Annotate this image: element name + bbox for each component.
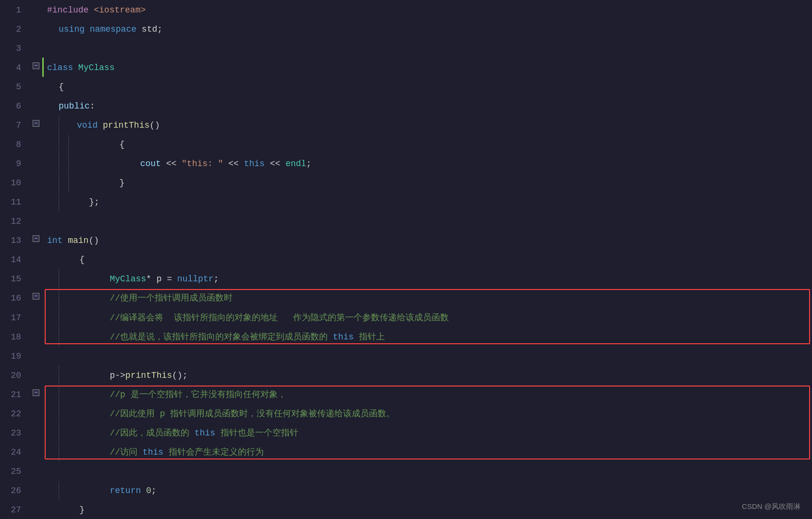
- line-number-21: 21: [0, 386, 29, 404]
- code-line-23: //因此，成员函数的 this 指针也是一个空指针: [43, 424, 812, 442]
- line-11: 11 };: [0, 192, 812, 211]
- code-line-14: {: [43, 251, 812, 269]
- line-number-18: 18: [0, 328, 29, 346]
- line-27: 27 }: [0, 500, 812, 519]
- fold-icon-21[interactable]: −: [33, 389, 39, 396]
- line-number-2: 2: [0, 20, 29, 38]
- line-number-1: 1: [0, 1, 29, 19]
- code-line-11: };: [43, 193, 812, 211]
- fold-icon-13[interactable]: −: [33, 235, 39, 242]
- line-9: 9 cout << "this: " << this << endl;: [0, 154, 812, 173]
- line-3: 3: [0, 38, 812, 58]
- gutter-16[interactable]: −: [29, 289, 43, 300]
- line-6: 6 public:: [0, 96, 812, 115]
- gutter-21[interactable]: −: [29, 386, 43, 396]
- line-23: 23 //因此，成员函数的 this 指针也是一个空指针: [0, 423, 812, 442]
- line-number-15: 15: [0, 270, 29, 288]
- line-5: 5 {: [0, 77, 812, 96]
- code-content-area: 1 #include <iostream> 2 using namespace …: [0, 0, 812, 519]
- fold-icon-4[interactable]: −: [33, 62, 39, 69]
- watermark: CSDN @风吹雨淋: [742, 502, 800, 511]
- code-line-22: //因此使用 p 指针调用成员函数时，没有任何对象被传递给该成员函数。: [43, 405, 812, 423]
- gutter-19: [29, 347, 43, 351]
- gutter-23: [29, 424, 43, 428]
- line-number-27: 27: [0, 501, 29, 519]
- line-number-10: 10: [0, 174, 29, 192]
- code-line-5: {: [43, 78, 812, 96]
- line-25: 25: [0, 461, 812, 481]
- gutter-4[interactable]: −: [29, 59, 43, 69]
- line-7: 7 − void printThis(): [0, 115, 812, 134]
- line-18: 18 //也就是说，该指针所指向的对象会被绑定到成员函数的 this 指针上: [0, 327, 812, 346]
- gutter-26: [29, 482, 43, 485]
- gutter-22: [29, 405, 43, 409]
- line-number-14: 14: [0, 251, 29, 269]
- gutter-24: [29, 443, 43, 447]
- line-number-7: 7: [0, 116, 29, 134]
- code-line-16: //使用一个指针调用成员函数时: [43, 289, 812, 307]
- line-number-8: 8: [0, 135, 29, 154]
- gutter-11: [29, 193, 43, 197]
- gutter-12: [29, 212, 43, 216]
- code-line-9: cout << "this: " << this << endl;: [43, 155, 812, 173]
- gutter-25: [29, 462, 43, 466]
- line-number-11: 11: [0, 193, 29, 211]
- line-number-26: 26: [0, 482, 29, 500]
- code-line-27: }: [43, 501, 812, 519]
- gutter-1: [29, 1, 43, 5]
- line-4: 4 − class MyClass: [0, 58, 812, 77]
- line-number-6: 6: [0, 97, 29, 115]
- fold-icon-7[interactable]: −: [33, 120, 39, 127]
- line-22: 22 //因此使用 p 指针调用成员函数时，没有任何对象被传递给该成员函数。: [0, 404, 812, 423]
- line-26: 26 return 0;: [0, 481, 812, 500]
- line-number-3: 3: [0, 39, 29, 58]
- line-13: 13 − int main(): [0, 230, 812, 250]
- line-12: 12: [0, 211, 812, 230]
- gutter-18: [29, 328, 43, 332]
- line-2: 2 using namespace std;: [0, 19, 812, 38]
- line-10: 10 }: [0, 173, 812, 192]
- gutter-13[interactable]: −: [29, 231, 43, 242]
- code-line-20: p->printThis();: [43, 366, 812, 385]
- code-line-26: return 0;: [43, 482, 812, 500]
- line-19: 19: [0, 346, 812, 365]
- code-line-15: MyClass* p = nullptr;: [43, 270, 812, 288]
- line-number-25: 25: [0, 462, 29, 481]
- code-line-4: class MyClass: [43, 59, 812, 77]
- code-editor: 1 #include <iostream> 2 using namespace …: [0, 0, 812, 519]
- gutter-10: [29, 174, 43, 178]
- gutter-9: [29, 155, 43, 158]
- code-line-7: void printThis(): [43, 116, 812, 134]
- code-line-6: public:: [43, 97, 812, 115]
- code-line-2: using namespace std;: [43, 20, 812, 38]
- code-line-8: {: [43, 135, 812, 154]
- line-14: 14 {: [0, 250, 812, 269]
- gutter-6: [29, 97, 43, 101]
- gutter-2: [29, 20, 43, 24]
- line-number-16: 16: [0, 289, 29, 307]
- code-line-10: }: [43, 174, 812, 192]
- gutter-7[interactable]: −: [29, 116, 43, 127]
- line-number-24: 24: [0, 443, 29, 461]
- code-line-18: //也就是说，该指针所指向的对象会被绑定到成员函数的 this 指针上: [43, 328, 812, 346]
- line-24: 24 //访问 this 指针会产生未定义的行为: [0, 442, 812, 461]
- line-number-12: 12: [0, 212, 29, 230]
- line-15: 15 MyClass* p = nullptr;: [0, 269, 812, 288]
- line-number-19: 19: [0, 347, 29, 365]
- line-17: 17 //编译器会将 该指针所指向的对象的地址 作为隐式的第一个参数传递给该成员…: [0, 308, 812, 327]
- line-8: 8 {: [0, 134, 812, 154]
- line-20: 20 p->printThis();: [0, 365, 812, 385]
- code-line-21: //p 是一个空指针，它并没有指向任何对象，: [43, 386, 812, 404]
- line-16: 16 − //使用一个指针调用成员函数时: [0, 288, 812, 307]
- gutter-15: [29, 270, 43, 274]
- line-number-22: 22: [0, 405, 29, 423]
- line-number-13: 13: [0, 231, 29, 250]
- line-21: 21 − //p 是一个空指针，它并没有指向任何对象，: [0, 385, 812, 404]
- line-number-5: 5: [0, 78, 29, 96]
- gutter-17: [29, 309, 43, 313]
- fold-icon-16[interactable]: −: [33, 293, 39, 300]
- line-number-23: 23: [0, 424, 29, 442]
- line-1: 1 #include <iostream>: [0, 0, 812, 19]
- gutter-8: [29, 135, 43, 139]
- gutter-3: [29, 39, 43, 43]
